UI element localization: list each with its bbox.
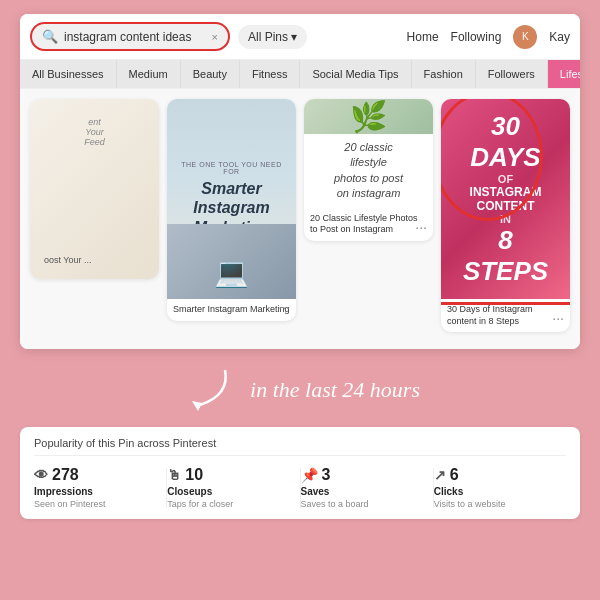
clicks-label: Clicks <box>434 486 463 497</box>
nav-following[interactable]: Following <box>451 30 502 44</box>
pin-column-4: 30 DAYS OF INSTAGRAM CONTENT IN 8 STEPS … <box>441 99 570 339</box>
clicks-sublabel: Visits to a website <box>434 499 506 509</box>
pin-30days-of: OF <box>498 173 513 185</box>
user-name: Kay <box>549 30 570 44</box>
filter-tab-fashion[interactable]: Fashion <box>412 60 476 88</box>
pin-30days-instagram: INSTAGRAM <box>470 185 542 199</box>
closeups-label: Closeups <box>167 486 212 497</box>
main-container: 🔍 instagram content ideas × All Pins ▾ H… <box>20 0 580 519</box>
closeups-sublabel: Taps for a closer <box>167 499 233 509</box>
impressions-label: Impressions <box>34 486 93 497</box>
pin-30days-content: CONTENT <box>477 199 535 213</box>
search-box[interactable]: 🔍 instagram content ideas × <box>30 22 230 51</box>
saves-value: 3 <box>322 466 331 484</box>
arrow-icon <box>180 365 240 415</box>
user-initial: K <box>522 31 529 42</box>
filter-tab-medium[interactable]: Medium <box>117 60 181 88</box>
nav-home[interactable]: Home <box>407 30 439 44</box>
pin-grid: entYourFeed oost Your ... THE ONE TOOL Y… <box>20 89 580 349</box>
nav-links: Home Following K Kay <box>407 25 570 49</box>
filter-tab-all-businesses[interactable]: All Businesses <box>20 60 117 88</box>
pin-column-3: 🌿 20 classiclifestylephotos to poston in… <box>304 99 433 339</box>
pin-marketing-more-icon[interactable]: ··· <box>278 299 290 315</box>
impressions-value: 278 <box>52 466 79 484</box>
svg-marker-0 <box>192 401 202 411</box>
stats-row: 👁 278 Impressions Seen on Pinterest 🖱 10… <box>34 466 566 509</box>
pin-marketing-subtitle: THE ONE TOOL YOU NEED FOR <box>179 161 284 175</box>
filter-tab-beauty[interactable]: Beauty <box>181 60 240 88</box>
nav-avatar[interactable]: K <box>513 25 537 49</box>
pin-30days-caption: 30 Days of Instagram content in 8 Steps <box>441 299 570 332</box>
pinterest-ui: 🔍 instagram content ideas × All Pins ▾ H… <box>20 14 580 349</box>
filter-tab-lifestyle[interactable]: Lifestyle <box>548 60 580 88</box>
impressions-sublabel: Seen on Pinterest <box>34 499 106 509</box>
pin-30days-steps: 8 STEPS <box>453 225 558 287</box>
stat-impressions: 👁 278 Impressions Seen on Pinterest <box>34 466 166 509</box>
stat-clicks: ↗ 6 Clicks Visits to a website <box>434 466 566 509</box>
closeups-icon: 🖱 <box>167 467 181 483</box>
impressions-icon: 👁 <box>34 467 48 483</box>
pin-lifestyle-more-icon[interactable]: ··· <box>415 219 427 235</box>
pin-30days-in: IN <box>500 213 511 225</box>
clicks-value: 6 <box>450 466 459 484</box>
filter-tab-fitness[interactable]: Fitness <box>240 60 300 88</box>
pin-marketing-laptop-image: 💻 <box>167 224 296 299</box>
all-pins-dropdown[interactable]: All Pins ▾ <box>238 25 307 49</box>
filter-tabs: All Businesses Medium Beauty Fitness Soc… <box>20 60 580 89</box>
all-pins-label: All Pins <box>248 30 288 44</box>
stats-title: Popularity of this Pin across Pinterest <box>34 437 566 456</box>
stat-closeups: 🖱 10 Closeups Taps for a closer <box>167 466 299 509</box>
lifestyle-plant-icon: 🌿 <box>350 99 387 134</box>
pin-marketing-caption: Smarter Instagram Marketing <box>167 299 296 321</box>
pin-30days-number: 30 DAYS <box>453 111 558 173</box>
clicks-icon: ↗ <box>434 467 446 483</box>
search-clear-button[interactable]: × <box>212 31 218 43</box>
pin-card-partial[interactable]: entYourFeed oost Your ... <box>30 99 159 279</box>
filter-tab-followers[interactable]: Followers <box>476 60 548 88</box>
pin-card-30days[interactable]: 30 DAYS OF INSTAGRAM CONTENT IN 8 STEPS … <box>441 99 570 332</box>
pin-30days-more-icon[interactable]: ··· <box>552 310 564 326</box>
annotation-area: in the last 24 hours <box>20 349 580 427</box>
search-icon: 🔍 <box>42 29 58 44</box>
pin-card-lifestyle[interactable]: 🌿 20 classiclifestylephotos to poston in… <box>304 99 433 241</box>
pin-partial-label: oost Your ... <box>44 255 92 265</box>
saves-label: Saves <box>301 486 330 497</box>
stats-panel: Popularity of this Pin across Pinterest … <box>20 427 580 519</box>
chevron-down-icon: ▾ <box>291 30 297 44</box>
pin-card-marketing[interactable]: THE ONE TOOL YOU NEED FOR Smarter Instag… <box>167 99 296 321</box>
top-bar: 🔍 instagram content ideas × All Pins ▾ H… <box>20 14 580 60</box>
stat-saves: 📌 3 Saves Saves to a board <box>301 466 433 509</box>
pin-lifestyle-title: 20 classiclifestylephotos to poston inst… <box>312 140 425 202</box>
pin-column-2: THE ONE TOOL YOU NEED FOR Smarter Instag… <box>167 99 296 339</box>
filter-tab-social[interactable]: Social Media Tips <box>300 60 411 88</box>
search-query: instagram content ideas <box>64 30 206 44</box>
closeups-value: 10 <box>185 466 203 484</box>
pin-lifestyle-caption: 20 Classic Lifestyle Photos to Post on I… <box>304 208 433 241</box>
pin-column-1: entYourFeed oost Your ... <box>30 99 159 339</box>
arrow-container <box>180 365 240 415</box>
saves-sublabel: Saves to a board <box>301 499 369 509</box>
annotation-text: in the last 24 hours <box>250 377 420 403</box>
saves-icon: 📌 <box>301 467 318 483</box>
